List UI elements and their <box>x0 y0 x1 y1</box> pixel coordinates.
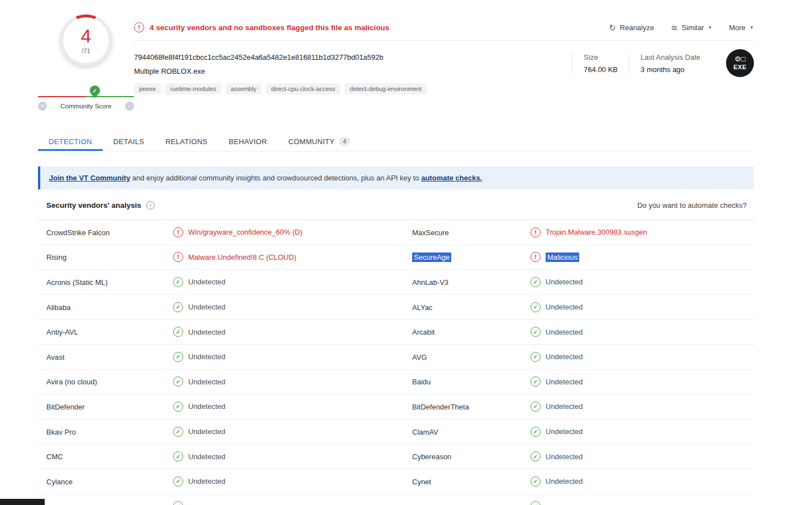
file-tag[interactable]: detect-debug-environment <box>345 83 426 94</box>
vendor-name: AhnLab-V3 <box>412 278 448 287</box>
verdict-cell: Undetected <box>531 477 754 487</box>
file-tag[interactable]: peexe <box>134 83 161 94</box>
status-icon <box>531 352 541 362</box>
vendor-name-cell: Alibaba <box>38 302 173 312</box>
status-icon <box>531 402 541 412</box>
vendor-name-cell: BitDefender <box>38 402 173 412</box>
join-vt-community-link[interactable]: Join the VT Community <box>49 174 130 182</box>
table-row <box>38 494 754 505</box>
vendor-name-cell: Cybereason <box>404 451 531 461</box>
automate-checks-link[interactable]: automate checks. <box>421 174 482 182</box>
tab-details[interactable]: DETAILS <box>103 132 155 151</box>
status-icon <box>531 477 541 487</box>
verdict-text: Undetected <box>546 378 583 386</box>
vendor-name: CMC <box>46 452 63 461</box>
status-icon <box>531 377 541 387</box>
verdict-cell: Undetected <box>173 302 404 312</box>
vendor-name: Bkav Pro <box>46 428 76 436</box>
verdict-text: Undetected <box>188 402 226 411</box>
header-actions: ↻ Reanalyze ≋ Similar ▼ More ▼ <box>609 23 754 32</box>
verdict-cell: Undetected <box>173 327 404 337</box>
chevron-down-icon: ▼ <box>708 25 713 30</box>
detection-score-gauge: 4 /71 <box>60 15 112 66</box>
vendor-name: MaxSecure <box>412 228 449 237</box>
status-icon <box>531 501 541 505</box>
analysis-title: Security vendors' analysis <box>46 201 141 209</box>
vendor-name: Antiy-AVL <box>46 328 78 336</box>
vendor-name-cell: Arcabit <box>404 327 531 337</box>
tab-label: COMMUNITY <box>288 137 335 146</box>
tab-detection[interactable]: DETECTION <box>38 132 103 151</box>
vendor-name-cell: CMC <box>38 451 173 461</box>
verdict-text: Undetected <box>546 278 583 286</box>
vendor-name: SecureAge <box>412 252 451 262</box>
file-tag[interactable]: direct-cpu-clock-access <box>266 83 340 94</box>
automate-checks-question: Do you want to automate checks? <box>637 201 754 209</box>
vendor-name-cell: Rising <box>38 252 173 262</box>
verdict-text: Undetected <box>546 402 583 411</box>
alert-exclamation-icon <box>134 22 144 32</box>
status-icon <box>531 277 541 287</box>
status-icon <box>531 252 541 262</box>
tag-list: peexeruntime-modulesassemblydirect-cpu-c… <box>134 83 427 94</box>
file-tag[interactable]: runtime-modules <box>165 83 221 94</box>
status-icon <box>173 427 183 437</box>
verdict-cell: Undetected <box>173 352 404 362</box>
table-row: CrowdStrike Falcon Win/grayware_confiden… <box>38 220 754 245</box>
vendors-table: CrowdStrike Falcon Win/grayware_confiden… <box>38 220 754 505</box>
table-row: Alibaba Undetected ALYac Undetected <box>38 295 754 320</box>
status-icon <box>173 377 183 387</box>
status-icon <box>173 302 183 312</box>
vendor-name: Alibaba <box>46 303 70 312</box>
verdict-cell: Undetected <box>531 451 754 461</box>
table-row: CMC Undetected Cybereason Undetected <box>38 444 754 469</box>
malicious-segment <box>38 96 86 97</box>
size-label: Size <box>584 53 618 61</box>
more-button[interactable]: More ▼ <box>729 23 754 32</box>
file-info-row: 7944068fe8f4f191cbcc1cc5ac2452e4a6a5482e… <box>134 41 754 94</box>
status-icon <box>531 451 541 461</box>
verdict-cell: Undetected <box>531 327 754 337</box>
alert-row: 4 security vendors and no sandboxes flag… <box>134 0 754 41</box>
file-identity: 7944068fe8f4f191cbcc1cc5ac2452e4a6a5482e… <box>134 53 427 94</box>
analysis-title-wrap: Security vendors' analysis i <box>38 201 155 209</box>
detection-score-widget: 4 /71 ✓ ✕ Community Score ✓ <box>38 0 134 132</box>
verdict-text: Undetected <box>188 328 226 336</box>
vote-harmless-icon[interactable]: ✓ <box>125 102 134 111</box>
tab-behavior[interactable]: BEHAVIOR <box>218 132 278 151</box>
status-icon <box>173 277 183 287</box>
verdict-text: Trojan.Malware.300983.susgen <box>546 228 647 236</box>
table-row: Avira (no cloud) Undetected Baidu Undete… <box>38 370 754 395</box>
table-row: Bkav Pro Undetected ClamAV Undetected <box>38 420 754 445</box>
file-tag[interactable]: assembly <box>226 83 261 94</box>
info-icon[interactable]: i <box>146 201 155 209</box>
file-hash: 7944068fe8f4f191cbcc1cc5ac2452e4a6a5482e… <box>134 53 427 61</box>
vendor-name-cell: Avast <box>38 352 173 362</box>
status-icon <box>531 227 541 237</box>
verdict-cell: Undetected <box>173 477 404 487</box>
status-icon <box>173 477 183 487</box>
verdict-cell: Undetected <box>531 427 754 437</box>
verdict-text: Undetected <box>188 352 226 361</box>
similar-label: Similar <box>682 23 704 32</box>
verdict-cell: Undetected <box>531 402 754 412</box>
verdict-cell: Malware.Undefined!8.C (CLOUD) <box>173 252 404 262</box>
status-icon <box>173 402 183 412</box>
verdict-cell: Undetected <box>173 277 404 287</box>
filetype-exe-icon: ⚙□ EXE <box>726 49 754 77</box>
similar-icon: ≋ <box>671 23 678 32</box>
vendor-name: BitDefender <box>46 403 85 411</box>
reanalyze-button[interactable]: ↻ Reanalyze <box>609 23 654 32</box>
vendor-name-cell: Cynet <box>404 477 531 487</box>
status-icon <box>173 451 183 461</box>
file-summary-area: 4 /71 ✓ ✕ Community Score ✓ <box>0 0 812 132</box>
tab-community[interactable]: COMMUNITY 4 <box>278 132 361 151</box>
vote-malicious-icon[interactable]: ✕ <box>38 102 47 111</box>
score-total: /71 <box>82 47 90 54</box>
verdict-cell: Undetected <box>531 377 754 387</box>
last-analysis-value: 3 months ago <box>641 65 700 74</box>
tab-relations[interactable]: RELATIONS <box>155 132 218 151</box>
similar-button[interactable]: ≋ Similar ▼ <box>671 23 712 32</box>
vendor-name: BitDefenderTheta <box>412 403 469 411</box>
verdict-text: Undetected <box>188 452 226 461</box>
